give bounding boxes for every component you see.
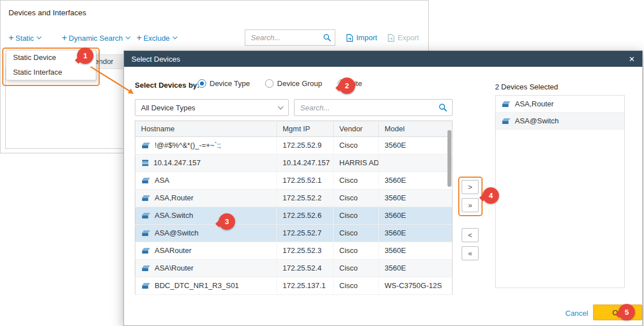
cancel-button[interactable]: Cancel [565, 309, 588, 318]
switch-device-icon [141, 142, 151, 149]
vendor-cell: Cisco [334, 242, 379, 260]
add-static-button[interactable]: + Static [8, 33, 41, 42]
add-button[interactable]: > [462, 180, 479, 194]
switch-device-icon [501, 118, 511, 125]
plus-icon: + [137, 33, 142, 42]
table-header-row: Hostname Mgmt IP Vendor Model [135, 121, 453, 137]
mgmt-ip-cell: 172.25.52.7 [277, 225, 334, 242]
hostname-cell: ASARouter [135, 242, 277, 260]
dynamic-search-button-label: Dynamic Search [69, 34, 122, 42]
table-row[interactable]: ASA,Router172.25.52.2Cisco3560E [135, 190, 453, 207]
hostname-cell: ASA.Switch [135, 207, 277, 225]
chevron-down-icon [172, 35, 177, 39]
hostname-label: ASA\Router [155, 264, 194, 272]
static-button-label: Static [15, 34, 34, 42]
table-row[interactable]: ASARouter172.25.52.3Cisco3560E [135, 242, 453, 260]
radio-device-group[interactable]: Device Group [265, 79, 322, 88]
switch-device-icon [141, 177, 151, 184]
table-row[interactable]: ASA@Switch172.25.52.7Cisco3560E [135, 225, 453, 242]
device-type-dropdown[interactable]: All Device Types [135, 99, 289, 116]
hostname-cell: ASA@Switch [135, 225, 277, 242]
column-header-hostname[interactable]: Hostname [135, 121, 277, 137]
add-dynamic-search-button[interactable]: + Dynamic Search [62, 33, 130, 42]
mgmt-ip-cell: 10.14.247.157 [277, 155, 334, 172]
hostname-label: ASA [155, 176, 169, 185]
model-cell: 3560E [379, 207, 453, 225]
hostname-cell: 10.14.247.157 [135, 155, 277, 172]
column-header-vendor[interactable]: Vendor [334, 121, 379, 137]
vendor-cell: Cisco [334, 190, 379, 207]
export-button[interactable]: Export [387, 33, 419, 42]
hostname-cell: ASA,Router [135, 190, 277, 207]
add-exclude-button[interactable]: + Exclude [137, 33, 177, 42]
radio-icon [198, 79, 206, 88]
hostname-label: ASA,Router [155, 194, 194, 202]
device-table: Hostname Mgmt IP Vendor Model !@#$%^&*()… [135, 121, 453, 295]
mgmt-ip-cell: 172.25.52.4 [277, 260, 334, 277]
model-cell: 3560E [379, 225, 453, 242]
panel-search-input[interactable] [245, 33, 323, 42]
vendor-cell: Cisco [334, 172, 379, 190]
modal-search-input[interactable] [295, 104, 438, 112]
menu-item-static-interface[interactable]: Static Interface [6, 65, 96, 80]
model-cell: 3560E [379, 172, 453, 190]
switch-device-icon [141, 282, 151, 289]
switch-device-icon [141, 265, 151, 272]
mgmt-ip-cell: 172.25.137.1 [277, 277, 334, 295]
chevron-down-icon [125, 35, 130, 39]
table-row[interactable]: ASA.Switch172.25.52.6Cisco3560E [135, 207, 453, 225]
model-cell: 3560E [379, 137, 453, 155]
selected-device-item[interactable]: ASA,Router [496, 96, 624, 113]
radio-label: Device Group [277, 79, 322, 88]
vendor-cell: Cisco [334, 207, 379, 225]
panel-search [245, 29, 335, 46]
hostname-label: ASA@Switch [155, 229, 199, 237]
switch-device-icon [141, 212, 151, 219]
table-row[interactable]: BDC_DTC_NR1_R3_S01172.25.137.1CiscoWS-C3… [135, 277, 453, 295]
table-row[interactable]: ASA\Router172.25.52.4Cisco3560E [135, 260, 453, 277]
callout-badge-1: 1 [77, 48, 93, 64]
hostname-cell: !@#$%^&*()_-=+~`:; [135, 137, 277, 155]
add-all-button[interactable]: » [462, 198, 479, 212]
model-cell: WS-C3750G-12S [379, 277, 453, 295]
search-icon[interactable] [438, 103, 447, 112]
exclude-button-label: Exclude [143, 34, 169, 42]
import-button-label: Import [356, 33, 377, 42]
chevron-down-icon [278, 104, 284, 109]
import-icon [346, 34, 353, 42]
table-row[interactable]: ASA172.25.52.1Cisco3560E [135, 172, 453, 190]
export-button-label: Export [398, 33, 419, 42]
close-icon[interactable]: ✕ [629, 55, 635, 63]
radio-label: Device Type [210, 79, 250, 88]
remove-all-button[interactable]: « [462, 246, 479, 260]
vendor-cell: Cisco [334, 277, 379, 295]
selected-device-item[interactable]: ASA@Switch [496, 113, 624, 130]
chevron-down-icon [37, 35, 41, 39]
column-header-model[interactable]: Model [379, 121, 453, 137]
hostname-cell: ASA [135, 172, 277, 190]
server-device-icon [141, 160, 150, 166]
table-row[interactable]: !@#$%^&*()_-=+~`:;172.25.52.9Cisco3560E [135, 137, 453, 155]
mgmt-ip-cell: 172.25.52.2 [277, 190, 334, 207]
plus-icon: + [62, 33, 67, 42]
selected-device-label: ASA@Switch [515, 117, 559, 125]
radio-device-type[interactable]: Device Type [198, 79, 250, 88]
modal-search [294, 99, 453, 116]
remove-button[interactable]: < [462, 228, 479, 242]
device-list-empty [5, 69, 136, 149]
mgmt-ip-cell: 172.25.52.9 [277, 137, 334, 155]
device-type-dropdown-value: All Device Types [141, 104, 195, 112]
modal-header: Select Devices ✕ [124, 51, 642, 67]
selected-count-label: 2 Devices Selected [495, 83, 558, 91]
vendor-cell: Cisco [334, 137, 379, 155]
search-icon[interactable] [323, 33, 331, 42]
switch-device-icon [141, 230, 151, 237]
column-header-mgmt-ip[interactable]: Mgmt IP [277, 121, 334, 137]
export-icon [387, 34, 395, 42]
select-devices-modal: Select Devices ✕ Select Devices by: Devi… [123, 50, 643, 326]
hostname-cell: BDC_DTC_NR1_R3_S01 [135, 277, 277, 295]
import-button[interactable]: Import [346, 33, 377, 42]
table-row[interactable]: 10.14.247.15710.14.247.157HARRIS AD... [135, 155, 453, 172]
hostname-label: 10.14.247.157 [153, 158, 201, 167]
table-scrollbar[interactable] [447, 130, 451, 187]
